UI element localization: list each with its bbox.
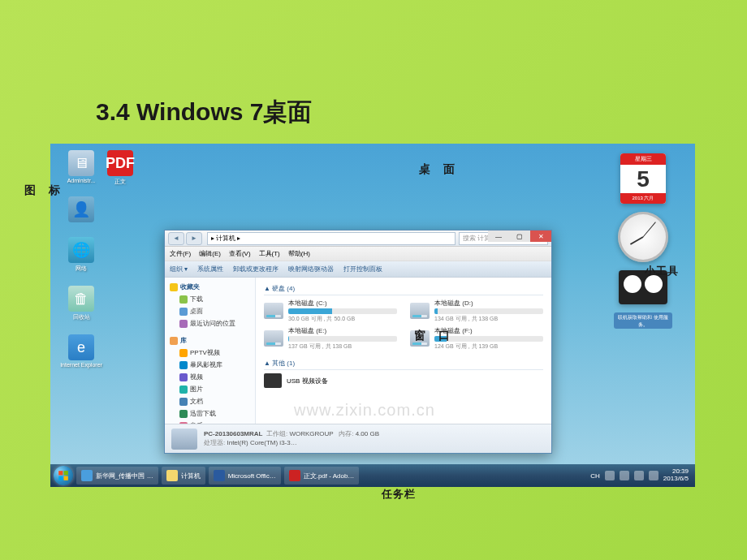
task-item-explorer[interactable]: 计算机 — [162, 467, 205, 485]
forward-button[interactable]: ► — [186, 232, 202, 245]
recycle-bin-icon: 🗑 — [68, 286, 94, 312]
start-button[interactable] — [54, 466, 73, 485]
section-hard-drives[interactable]: ▲ 硬盘 (4) — [264, 282, 543, 295]
system-tray: CH 20:39 2013/6/5 — [590, 468, 692, 483]
usb-label: USB 视频设备 — [287, 377, 328, 386]
icon-label: Internet Explorer — [60, 362, 102, 368]
drive-detail: 124 GB 可用 , 共 139 GB — [434, 342, 543, 351]
address-bar[interactable]: ▸ 计算机 ▸ — [207, 232, 456, 245]
task-item-word[interactable]: Microsoft Offic… — [209, 467, 281, 485]
drive-name: 本地磁盘 (E:) — [288, 326, 397, 335]
maximize-button[interactable]: ▢ — [509, 230, 530, 242]
toolbar-control-panel[interactable]: 打开控制面板 — [343, 265, 382, 274]
recent-icon — [179, 320, 188, 328]
nav-desktop[interactable]: 桌面 — [165, 305, 255, 317]
nav-docs[interactable]: 文档 — [165, 395, 255, 407]
volume-icon[interactable] — [634, 471, 644, 480]
drive-name: 本地磁盘 (F:) — [434, 326, 543, 335]
folder-icon — [179, 373, 188, 381]
menu-edit[interactable]: 编辑(E) — [199, 249, 221, 258]
svg-rect-2 — [58, 476, 63, 480]
toolbar-properties[interactable]: 系统属性 — [197, 265, 223, 274]
folder-icon — [179, 410, 188, 418]
computer-large-icon — [171, 429, 197, 450]
nav-xunlei[interactable]: 迅雷下载 — [165, 407, 255, 420]
folder-icon — [179, 386, 188, 394]
calendar-month: 2013 六月 — [620, 193, 666, 204]
desktop-icon-ie[interactable]: e Internet Explorer — [58, 334, 104, 368]
desktop-icon-computer[interactable]: 🖥 Administr... — [58, 150, 104, 183]
explorer-window: — ▢ ✕ ◄ ► ▸ 计算机 ▸ 搜索 计算机 文件(F) 编辑(E) 查看(… — [164, 230, 552, 454]
menu-help[interactable]: 帮助(H) — [288, 249, 310, 258]
network-icon[interactable] — [649, 471, 658, 480]
slide-title: 3.4 Windows 7桌面 — [96, 96, 312, 129]
task-label: 计算机 — [181, 472, 201, 480]
ime-indicator[interactable]: CH — [590, 472, 600, 480]
windows-logo-icon — [58, 470, 69, 481]
usb-icon — [264, 373, 282, 388]
folder-icon — [179, 398, 188, 406]
menu-bar: 文件(F) 编辑(E) 查看(V) 工具(T) 帮助(H) — [165, 247, 551, 261]
nav-storm[interactable]: 暴风影视库 — [165, 359, 255, 371]
service-info-gadget[interactable]: 联机获取帮助和 使用服务。 — [614, 312, 672, 329]
desktop-icon-network[interactable]: 🌐 网络 — [58, 237, 104, 273]
menu-view[interactable]: 查看(V) — [229, 249, 251, 258]
nav-recent[interactable]: 最近访问的位置 — [165, 317, 255, 330]
nav-pptv[interactable]: PPTV视频 — [165, 347, 255, 359]
toolbar-uninstall[interactable]: 卸载或更改程序 — [233, 265, 279, 274]
calendar-gadget[interactable]: 星期三 5 2013 六月 — [620, 153, 666, 204]
icon-label: 网络 — [76, 265, 87, 273]
nav-favorites-header[interactable]: 收藏夹 — [165, 281, 255, 293]
desktop-icon-user[interactable]: 👤 — [58, 196, 104, 224]
network-icon: 🌐 — [68, 237, 94, 263]
svg-rect-3 — [64, 476, 68, 480]
explorer-body: 收藏夹 下载 桌面 最近访问的位置 库 PPTV视频 暴风影视库 视频 图片 文… — [165, 278, 551, 424]
status-text: PC-20130603MRAL 工作组: WORKGROUP 内存: 4.00 … — [204, 430, 379, 447]
back-button[interactable]: ◄ — [168, 232, 184, 245]
nav-downloads[interactable]: 下载 — [165, 293, 255, 305]
gadgets-panel: 星期三 5 2013 六月 联机获取帮助和 使用服务。 — [614, 153, 672, 329]
nav-video[interactable]: 视频 — [165, 371, 255, 383]
icon-label: Administr... — [67, 178, 96, 183]
content-pane: ▲ 硬盘 (4) 本地磁盘 (C:) 30.0 GB 可用 , 共 50.0 G… — [256, 278, 551, 424]
desktop-icon-recycle[interactable]: 🗑 回收站 — [58, 286, 104, 321]
hard-drive-icon — [264, 330, 283, 347]
drive-e[interactable]: 本地磁盘 (E:) 137 GB 可用 , 共 138 GB — [264, 326, 397, 351]
drive-name: 本地磁盘 (C:) — [288, 299, 397, 308]
word-icon — [214, 470, 225, 481]
annotation-taskbar: 任务栏 — [382, 487, 416, 502]
taskbar: 新华网_传播中国 … 计算机 Microsoft Offic… 正文.pdf -… — [50, 464, 695, 487]
drive-f[interactable]: 本地磁盘 (F:) 124 GB 可用 , 共 139 GB — [410, 326, 543, 351]
tray-icon[interactable] — [605, 471, 615, 480]
drive-d[interactable]: 本地磁盘 (D:) 134 GB 可用 , 共 138 GB — [410, 299, 543, 323]
menu-tools[interactable]: 工具(T) — [259, 249, 280, 258]
close-button[interactable]: ✕ — [530, 230, 551, 242]
toolbar-map-drive[interactable]: 映射网络驱动器 — [288, 265, 334, 274]
task-item-pdf[interactable]: 正文.pdf - Adob… — [284, 467, 360, 485]
folder-icon — [179, 349, 188, 357]
toolbar-organize[interactable]: 组织 ▾ — [170, 265, 188, 274]
drive-c[interactable]: 本地磁盘 (C:) 30.0 GB 可用 , 共 50.0 GB — [264, 299, 397, 323]
drive-detail: 134 GB 可用 , 共 138 GB — [434, 315, 543, 323]
desktop-icons-column: 🖥 Administr... 👤 🌐 网络 🗑 回收站 e Internet E… — [58, 150, 104, 381]
desktop-icon-pdf[interactable]: PDF 正文 — [104, 150, 136, 186]
menu-file[interactable]: 文件(F) — [170, 249, 191, 258]
pdf-icon: PDF — [107, 150, 133, 176]
folder-icon — [179, 361, 188, 369]
section-other[interactable]: ▲ 其他 (1) — [264, 357, 543, 370]
nav-libraries-header[interactable]: 库 — [165, 334, 255, 347]
task-item-ie[interactable]: 新华网_传播中国 … — [76, 467, 158, 485]
minimize-button[interactable]: — — [488, 230, 509, 242]
pdf-icon — [289, 470, 300, 481]
hard-drive-icon — [264, 303, 283, 319]
nav-images[interactable]: 图片 — [165, 383, 255, 395]
cpu-meter-gadget[interactable] — [619, 270, 667, 304]
ie-icon — [81, 470, 93, 481]
clock[interactable]: 20:39 2013/6/5 — [663, 468, 689, 483]
svg-rect-0 — [58, 471, 63, 475]
clock-gadget[interactable] — [618, 212, 668, 262]
tray-icon[interactable] — [620, 471, 629, 480]
user-icon: 👤 — [68, 196, 94, 222]
task-label: Microsoft Offic… — [228, 472, 276, 480]
usb-device[interactable]: USB 视频设备 — [264, 373, 543, 388]
